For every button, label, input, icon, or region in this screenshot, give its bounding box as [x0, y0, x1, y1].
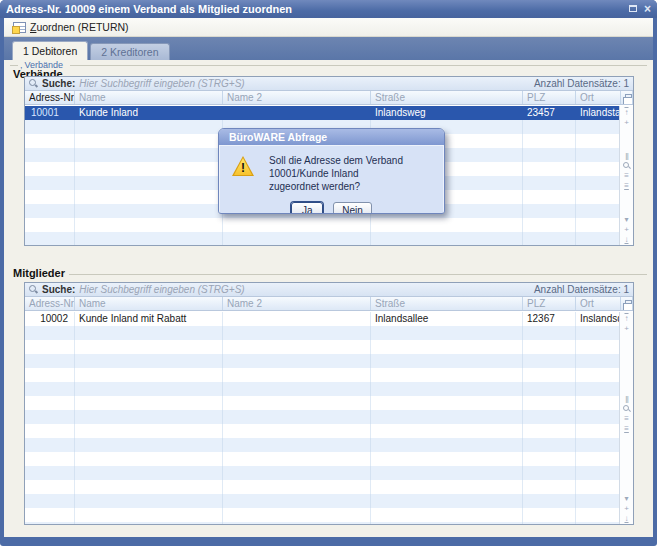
column-header-plz[interactable]: PLZ: [523, 91, 576, 104]
close-icon[interactable]: ×: [644, 4, 651, 14]
scroll-down-icon[interactable]: ▾: [620, 493, 633, 503]
column-options-icon[interactable]: |||: [620, 393, 633, 403]
cell-plz: 23457: [523, 106, 576, 120]
scroll-page-down-icon[interactable]: +: [620, 224, 633, 234]
verbaende-search-bar[interactable]: Suche: Hier Suchbegriff eingeben (STRG+S…: [25, 77, 633, 91]
cell-adressnr: 10001: [25, 106, 75, 120]
column-header-name2[interactable]: Name 2: [223, 297, 371, 310]
column-header-name[interactable]: Name: [75, 297, 223, 310]
search-icon: [29, 285, 38, 294]
verbaende-header-row: Adress-Nr. Name Name 2 Straße PLZ Ort: [25, 91, 633, 105]
column-header-strasse[interactable]: Straße: [371, 91, 523, 104]
table-row[interactable]: 10001 Kunde Inland Inlandsweg 23457 Inla…: [25, 106, 619, 120]
assign-button[interactable]: Zuordnen (RETURN): [9, 20, 133, 34]
search-label: Suche:: [42, 78, 75, 89]
scroll-down-icon[interactable]: ▾: [620, 214, 633, 224]
toolbar: Zuordnen (RETURN): [4, 18, 653, 37]
column-header-plz[interactable]: PLZ: [523, 297, 576, 310]
tab-strip: 1 Debitoren 2 Kreditoren: [4, 37, 653, 60]
column-options-icon[interactable]: |||: [620, 151, 633, 161]
empty-table-row[interactable]: [25, 410, 619, 424]
tab-kreditoren[interactable]: 2 Kreditoren: [90, 43, 169, 60]
table-options-cell[interactable]: [621, 297, 633, 310]
dialog-buttons: Ja Nein: [219, 202, 444, 214]
empty-table-row[interactable]: [25, 424, 619, 438]
record-count: Anzahl Datensätze: 1: [534, 78, 629, 89]
tab-kreditoren-label: 2 Kreditoren: [101, 46, 158, 58]
list-view-icon[interactable]: ≡: [620, 171, 633, 181]
dialog-body: ! Soll die Adresse dem Verband 10001/Kun…: [219, 145, 444, 214]
dialog-title: BüroWARE Abfrage: [219, 129, 444, 145]
empty-table-row[interactable]: [25, 340, 619, 354]
mitglieder-table: Suche: Hier Suchbegriff eingeben (STRG+S…: [24, 282, 634, 525]
empty-table-row[interactable]: [25, 494, 619, 508]
filter-view-icon[interactable]: ≡: [620, 181, 633, 191]
scroll-first-icon[interactable]: ↑: [620, 107, 633, 117]
search-icon: [29, 79, 38, 88]
verbaende-nav-strip: ↑ + ||| ≡ ≡ ▾ + ↓: [619, 106, 633, 245]
empty-table-row[interactable]: [25, 382, 619, 396]
window-title: Adress-Nr. 10009 einem Verband als Mitgl…: [6, 3, 629, 15]
app-window: Adress-Nr. 10009 einem Verband als Mitgl…: [0, 0, 657, 546]
empty-table-row[interactable]: [25, 522, 619, 524]
scroll-last-icon[interactable]: ↓: [620, 513, 633, 523]
cell-name: Kunde Inland: [75, 106, 223, 120]
cell-strasse: Inlandsallee: [371, 312, 523, 326]
cell-adressnr: 10002: [25, 312, 75, 326]
zoom-search-icon[interactable]: [620, 403, 633, 413]
cell-ort: Inslandsdorf: [576, 312, 619, 326]
confirmation-dialog: BüroWARE Abfrage ! Soll die Adresse dem …: [218, 128, 445, 214]
column-header-adressnr[interactable]: Adress-Nr.: [25, 297, 75, 310]
assign-button-label: Zuordnen (RETURN): [30, 21, 129, 33]
table-options-cell[interactable]: [621, 91, 633, 104]
table-row[interactable]: 10002 Kunde Inland mit Rabatt Inlandsall…: [25, 312, 619, 326]
empty-table-row[interactable]: [25, 466, 619, 480]
cell-name2: [223, 312, 371, 326]
search-placeholder: Hier Suchbegriff eingeben (STRG+S): [79, 78, 530, 89]
column-header-strasse[interactable]: Straße: [371, 297, 523, 310]
empty-table-row[interactable]: [25, 232, 619, 245]
warning-icon: !: [232, 156, 254, 176]
empty-table-row[interactable]: [25, 396, 619, 410]
mitglieder-body: 10002 Kunde Inland mit Rabatt Inlandsall…: [25, 312, 619, 524]
no-button[interactable]: Nein: [333, 202, 372, 214]
scroll-last-icon[interactable]: ↓: [620, 234, 633, 244]
mitglieder-heading: Mitglieder: [13, 267, 65, 279]
empty-table-row[interactable]: [25, 218, 619, 232]
column-header-ort[interactable]: Ort: [576, 297, 621, 310]
mitglieder-nav-strip: ↑ + ||| ≡ ≡ ▾ + ↓: [619, 312, 633, 524]
tab-debitoren[interactable]: 1 Debitoren: [12, 41, 88, 60]
assign-icon: [13, 22, 26, 33]
mitglieder-header-row: Adress-Nr. Name Name 2 Straße PLZ Ort: [25, 297, 633, 311]
yes-button[interactable]: Ja: [291, 202, 323, 214]
scroll-page-up-icon[interactable]: +: [620, 323, 633, 333]
cell-name2: [223, 106, 371, 120]
scroll-page-down-icon[interactable]: +: [620, 503, 633, 513]
empty-table-row[interactable]: [25, 368, 619, 382]
mitglieder-heading-row: Mitglieder: [13, 267, 647, 279]
cell-name: Kunde Inland mit Rabatt: [75, 312, 223, 326]
empty-table-row[interactable]: [25, 354, 619, 368]
empty-table-row[interactable]: [25, 480, 619, 494]
cell-plz: 12367: [523, 312, 576, 326]
dialog-message-line2: zugeordnet werden?: [269, 180, 438, 193]
zoom-search-icon[interactable]: [620, 161, 633, 171]
empty-table-row[interactable]: [25, 452, 619, 466]
empty-table-row[interactable]: [25, 438, 619, 452]
scroll-first-icon[interactable]: ↑: [620, 313, 633, 323]
cell-strasse: Inlandsweg: [371, 106, 523, 120]
empty-rows: [25, 326, 619, 524]
empty-table-row[interactable]: [25, 508, 619, 522]
scroll-page-up-icon[interactable]: +: [620, 117, 633, 127]
filter-view-icon[interactable]: ≡: [620, 423, 633, 433]
record-count: Anzahl Datensätze: 1: [534, 284, 629, 295]
column-header-ort[interactable]: Ort: [576, 91, 621, 104]
restore-icon[interactable]: [629, 4, 637, 14]
column-header-adressnr[interactable]: Adress-Nr.: [25, 91, 75, 104]
cell-ort: Inlandstadt: [576, 106, 619, 120]
column-header-name[interactable]: Name: [75, 91, 223, 104]
empty-table-row[interactable]: [25, 326, 619, 340]
column-header-name2[interactable]: Name 2: [223, 91, 371, 104]
mitglieder-search-bar[interactable]: Suche: Hier Suchbegriff eingeben (STRG+S…: [25, 283, 633, 297]
list-view-icon[interactable]: ≡: [620, 413, 633, 423]
